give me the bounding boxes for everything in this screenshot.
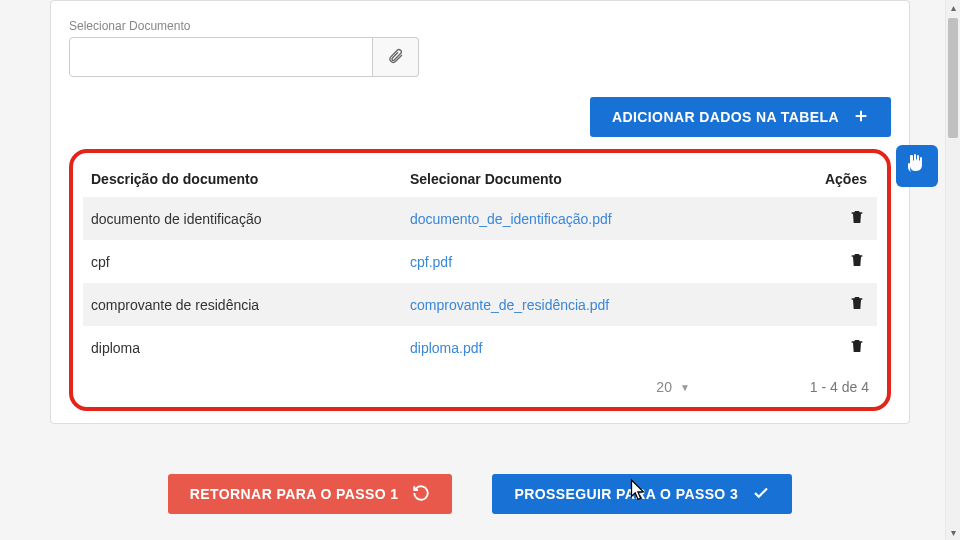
paperclip-icon [388, 46, 404, 69]
trash-icon [849, 257, 865, 272]
scroll-up-arrow-icon[interactable]: ▴ [946, 0, 960, 15]
form-card: Selecionar Documento ADICIONAR DADOS NA … [50, 0, 910, 424]
add-to-table-label: ADICIONAR DADOS NA TABELA [612, 109, 839, 125]
delete-row-button[interactable] [847, 292, 867, 317]
select-document-input[interactable] [69, 37, 373, 77]
col-actions: Ações [774, 161, 877, 197]
select-document-label: Selecionar Documento [69, 19, 891, 33]
file-link[interactable]: cpf.pdf [410, 254, 452, 270]
check-icon [752, 484, 770, 505]
file-link[interactable]: documento_de_identificação.pdf [410, 211, 612, 227]
cell-file: comprovante_de_residência.pdf [402, 283, 774, 326]
trash-icon [849, 214, 865, 229]
page-range: 1 - 4 de 4 [810, 379, 869, 395]
wizard-nav: RETORNAR PARA O PASSO 1 PROSSEGUIR PARA … [50, 474, 910, 514]
cell-actions [774, 283, 877, 326]
page-size-value: 20 [656, 379, 672, 395]
delete-row-button[interactable] [847, 249, 867, 274]
next-step3-label: PROSSEGUIR PARA O PASSO 3 [514, 486, 738, 502]
trash-icon [849, 300, 865, 315]
documents-table: Descrição do documento Selecionar Docume… [83, 161, 877, 369]
table-row: comprovante de residênciacomprovante_de_… [83, 283, 877, 326]
scroll-thumb[interactable] [948, 18, 958, 138]
attach-button[interactable] [373, 37, 419, 77]
accessibility-button[interactable] [896, 145, 938, 187]
cell-description: documento de identificação [83, 197, 402, 240]
trash-icon [849, 343, 865, 358]
cell-description: diploma [83, 326, 402, 369]
delete-row-button[interactable] [847, 206, 867, 231]
file-link[interactable]: diploma.pdf [410, 340, 482, 356]
select-document-input-group [69, 37, 419, 77]
cell-file: cpf.pdf [402, 240, 774, 283]
table-row: cpfcpf.pdf [83, 240, 877, 283]
undo-icon [412, 484, 430, 505]
add-row-container: ADICIONAR DADOS NA TABELA [69, 97, 891, 137]
scroll-down-arrow-icon[interactable]: ▾ [946, 525, 960, 540]
col-description: Descrição do documento [83, 161, 402, 197]
cell-actions [774, 240, 877, 283]
cell-file: documento_de_identificação.pdf [402, 197, 774, 240]
sign-language-icon [905, 152, 929, 180]
cell-file: diploma.pdf [402, 326, 774, 369]
file-link[interactable]: comprovante_de_residência.pdf [410, 297, 609, 313]
page-size-selector[interactable]: 20 ▼ [656, 379, 689, 395]
back-step1-label: RETORNAR PARA O PASSO 1 [190, 486, 399, 502]
cell-actions [774, 326, 877, 369]
delete-row-button[interactable] [847, 335, 867, 360]
table-row: documento de identificaçãodocumento_de_i… [83, 197, 877, 240]
add-to-table-button[interactable]: ADICIONAR DADOS NA TABELA [590, 97, 891, 137]
col-document: Selecionar Documento [402, 161, 774, 197]
vertical-scrollbar[interactable]: ▴ ▾ [945, 0, 960, 540]
plus-icon [853, 108, 869, 127]
back-step1-button[interactable]: RETORNAR PARA O PASSO 1 [168, 474, 453, 514]
table-row: diplomadiploma.pdf [83, 326, 877, 369]
chevron-down-icon: ▼ [680, 382, 690, 393]
cell-description: comprovante de residência [83, 283, 402, 326]
cell-actions [774, 197, 877, 240]
documents-table-highlight: Descrição do documento Selecionar Docume… [69, 149, 891, 411]
cell-description: cpf [83, 240, 402, 283]
table-pager: 20 ▼ 1 - 4 de 4 [83, 369, 877, 397]
next-step3-button[interactable]: PROSSEGUIR PARA O PASSO 3 [492, 474, 792, 514]
